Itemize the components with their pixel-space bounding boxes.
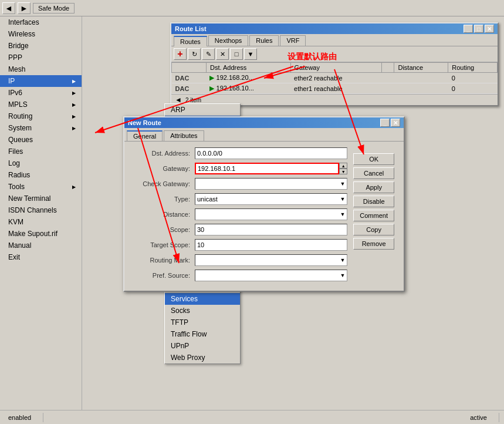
target-scope-label: Target Scope: xyxy=(130,241,195,248)
ok-button[interactable]: OK xyxy=(353,153,394,165)
close-button[interactable]: ✕ xyxy=(485,25,494,33)
check-gateway-dropdown-icon: ▼ xyxy=(340,181,345,187)
row-distance xyxy=(394,73,448,83)
gateway-input[interactable] xyxy=(195,163,339,174)
distance-select[interactable]: ▼ xyxy=(195,208,347,220)
submenu-upnp[interactable]: UPnP xyxy=(165,340,240,352)
submenu-traffic-flow[interactable]: Traffic Flow xyxy=(165,328,240,340)
sidebar-item-tools[interactable]: Tools ▶ xyxy=(0,181,82,193)
row-gateway: ether2 reachable xyxy=(290,73,382,83)
table-row[interactable]: DAC ▶ 192.168.10... ether1 reachable 0 xyxy=(172,83,498,94)
cancel-button[interactable]: Cancel xyxy=(353,167,394,179)
apply-button[interactable]: Apply xyxy=(353,181,394,193)
dialog-tab-general[interactable]: General xyxy=(127,130,163,141)
minimize-button[interactable]: _ xyxy=(464,25,473,33)
maximize-button[interactable]: □ xyxy=(474,25,483,33)
copy-button[interactable]: Copy xyxy=(353,224,394,235)
route-count: 2 item xyxy=(185,97,201,103)
comment-button[interactable]: Comment xyxy=(353,210,394,221)
pref-source-select[interactable]: ▼ xyxy=(195,270,347,281)
arrow-icon: ▶ xyxy=(72,184,76,190)
submenu-services[interactable]: Services xyxy=(165,293,240,305)
routing-mark-select[interactable]: ▼ xyxy=(195,254,347,266)
sidebar-item-ipv6[interactable]: IPv6 ▶ xyxy=(0,87,82,99)
remove-button[interactable]: Remove xyxy=(353,238,394,250)
sidebar-item-mesh[interactable]: Mesh xyxy=(0,63,82,75)
route-list-title: Route List xyxy=(175,25,207,32)
sidebar-item-bridge[interactable]: Bridge xyxy=(0,40,82,52)
check-gateway-row: Check Gateway: ▼ xyxy=(130,178,347,190)
pref-source-label: Pref. Source: xyxy=(130,272,195,279)
filter-button[interactable]: ▼ xyxy=(244,48,257,60)
arrow-icon: ▶ xyxy=(72,90,76,96)
type-select[interactable]: unicast ▼ xyxy=(195,193,347,205)
prev-page-button[interactable]: ◄ xyxy=(175,96,182,104)
sidebar-item-files[interactable]: Files xyxy=(0,146,82,157)
gateway-row: Gateway: ▲ ▼ xyxy=(130,163,347,174)
add-route-button[interactable]: + xyxy=(174,48,187,60)
sidebar-item-new-terminal[interactable]: New Terminal xyxy=(0,193,82,204)
spin-up-button[interactable]: ▲ xyxy=(339,163,347,169)
arrow-icon: ▶ xyxy=(72,79,76,84)
tab-nexthops[interactable]: Nexthops xyxy=(208,35,248,46)
spin-down-button[interactable]: ▼ xyxy=(339,169,347,174)
col-distance[interactable]: Distance xyxy=(394,63,448,73)
col-routing[interactable]: Routing xyxy=(448,63,498,73)
route-table: Dst. Address Gateway Distance Routing DA… xyxy=(171,62,498,94)
bottom-status-bar: enabled active xyxy=(0,410,504,424)
sidebar-item-queues[interactable]: Queues xyxy=(0,134,82,146)
target-scope-input[interactable] xyxy=(195,239,347,251)
dialog-minimize-button[interactable]: _ xyxy=(380,119,390,127)
check-gateway-select[interactable]: ▼ xyxy=(195,178,347,190)
edit-button[interactable]: ✎ xyxy=(202,48,215,60)
distance-label: Distance: xyxy=(130,211,195,218)
submenu-socks[interactable]: Socks xyxy=(165,305,240,317)
delete-button[interactable]: ✕ xyxy=(216,48,229,60)
sidebar-item-system[interactable]: System ▶ xyxy=(0,122,82,134)
refresh-button[interactable]: ↻ xyxy=(188,48,201,60)
sidebar-item-ip[interactable]: IP ▶ xyxy=(0,75,82,87)
copy-button[interactable]: □ xyxy=(230,48,243,60)
type-label: Type: xyxy=(130,196,195,203)
new-route-titlebar: New Route _ ✕ xyxy=(124,117,404,128)
sidebar-item-routing[interactable]: Routing ▶ xyxy=(0,110,82,122)
submenu-web-proxy[interactable]: Web Proxy xyxy=(165,352,240,364)
form-fields: Dst. Address: Gateway: ▲ ▼ xyxy=(130,147,347,285)
routing-mark-row: Routing Mark: ▼ xyxy=(130,254,347,266)
row-gateway: ether1 reachable xyxy=(290,83,382,94)
row-flag: DAC xyxy=(172,83,207,94)
tab-routes[interactable]: Routes xyxy=(174,36,207,46)
submenu-tftp[interactable]: TFTP xyxy=(165,317,240,328)
sidebar-item-isdn[interactable]: ISDN Channels xyxy=(0,204,82,216)
new-route-tabs: General Attributes xyxy=(124,128,404,142)
dst-address-input[interactable] xyxy=(195,147,347,159)
dialog-close-button[interactable]: ✕ xyxy=(391,119,400,127)
col-dst[interactable]: Dst. Address xyxy=(206,63,290,73)
tab-rules[interactable]: Rules xyxy=(249,35,279,46)
row-dst: ▶ 192.168.10... xyxy=(206,83,290,94)
sidebar-item-make-supout[interactable]: Make Supout.rif xyxy=(0,228,82,240)
sidebar-item-ppp[interactable]: PPP xyxy=(0,52,82,63)
sidebar-item-exit[interactable]: Exit xyxy=(0,251,82,263)
back-button[interactable]: ◄ xyxy=(2,2,15,14)
sidebar-item-radius[interactable]: Radius xyxy=(0,169,82,181)
tab-vrf[interactable]: VRF xyxy=(280,35,306,46)
sidebar-item-mpls[interactable]: MPLS ▶ xyxy=(0,99,82,110)
dst-address-label: Dst. Address: xyxy=(130,150,195,157)
table-row[interactable]: DAC ▶ 192.168.20... ether2 reachable 0 xyxy=(172,73,498,83)
sidebar-item-log[interactable]: Log xyxy=(0,157,82,169)
sidebar-item-manual[interactable]: Manual xyxy=(0,240,82,251)
window-controls: _ □ ✕ xyxy=(464,25,494,33)
forward-button[interactable]: ► xyxy=(18,2,31,14)
col-gateway[interactable]: Gateway xyxy=(290,63,382,73)
dialog-tab-attributes[interactable]: Attributes xyxy=(164,130,204,141)
sidebar-item-wireless[interactable]: Wireless xyxy=(0,28,82,40)
submenu-arp[interactable]: ARP xyxy=(165,104,240,116)
scope-input[interactable] xyxy=(195,224,347,235)
disable-button[interactable]: Disable xyxy=(353,196,394,207)
row-empty xyxy=(382,73,394,83)
row-empty xyxy=(382,83,394,94)
sidebar-item-interfaces[interactable]: Interfaces xyxy=(0,16,82,28)
status-active: active xyxy=(466,413,499,422)
sidebar-item-kvm[interactable]: KVM xyxy=(0,216,82,228)
